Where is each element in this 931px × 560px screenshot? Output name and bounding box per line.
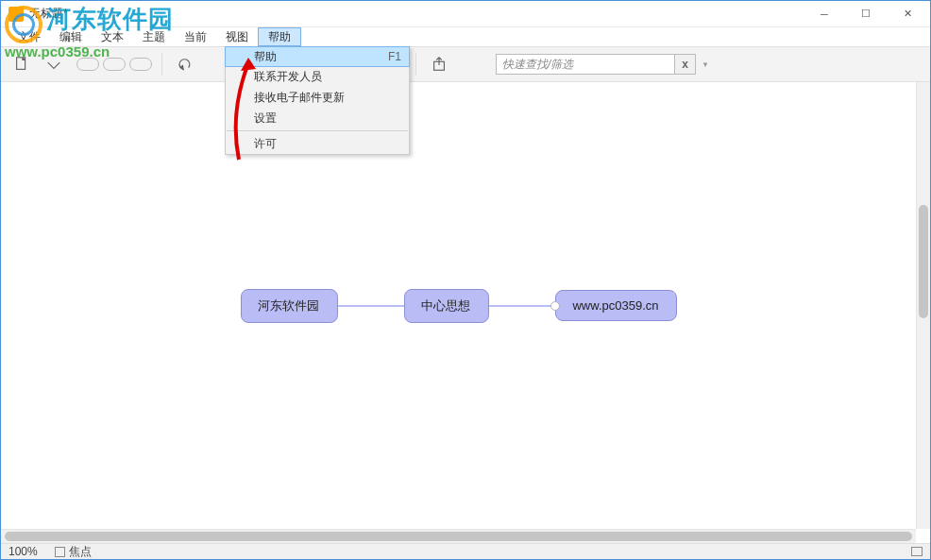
undo-button[interactable] (172, 51, 198, 77)
canvas[interactable]: 河东软件园 中心思想 www.pc0359.cn (1, 82, 916, 529)
help-menuitem-license[interactable]: 许可 (226, 133, 409, 154)
mindmap-node-left[interactable]: 河东软件园 (240, 289, 337, 323)
vertical-scroll-thumb[interactable] (919, 205, 928, 318)
horizontal-scrollbar[interactable] (1, 529, 916, 543)
shape-pills (76, 58, 152, 71)
status-view-icon[interactable] (911, 547, 923, 556)
menubar: 文件 编辑 文本 主题 当前 视图 帮助 (1, 27, 930, 46)
menu-help[interactable]: 帮助 (258, 27, 301, 46)
help-menuitem-email-updates[interactable]: 接收电子邮件更新 (226, 87, 409, 108)
separator (161, 53, 162, 76)
search-options-icon[interactable]: ▼ (702, 60, 709, 69)
search-box: x ▼ (496, 54, 709, 75)
connector-left (337, 305, 403, 307)
dropdown-separator (227, 130, 408, 131)
help-menuitem-contact-dev[interactable]: 联系开发人员 (226, 66, 409, 87)
dd-label: 联系开发人员 (254, 69, 322, 85)
connector-handle-icon[interactable] (550, 301, 559, 311)
pill-shape-2[interactable] (103, 58, 126, 71)
app-icon (8, 7, 24, 22)
pill-shape-3[interactable] (129, 58, 152, 71)
toolbar: x ▼ (1, 46, 930, 82)
mindmap-node-center[interactable]: 中心思想 (403, 289, 488, 323)
close-button[interactable]: ✕ (887, 1, 928, 27)
menu-view[interactable]: 视图 (216, 27, 258, 46)
menu-text-style[interactable]: 文本 (92, 27, 133, 46)
dd-label: 许可 (254, 136, 277, 152)
window-title: 无标题* (29, 6, 804, 22)
zoom-level[interactable]: 100% (8, 545, 38, 558)
menu-topic[interactable]: 主题 (133, 27, 175, 46)
dd-label: 设置 (254, 110, 277, 127)
vertical-scrollbar[interactable] (916, 82, 930, 529)
share-button[interactable] (426, 51, 452, 77)
help-menuitem-settings[interactable]: 设置 (226, 108, 409, 128)
mindmap: 河东软件园 中心思想 www.pc0359.cn (240, 289, 676, 323)
new-file-button[interactable] (8, 51, 35, 77)
dd-label: 帮助 (254, 49, 277, 65)
horizontal-scroll-thumb[interactable] (5, 532, 912, 541)
titlebar: 无标题* ─ ☐ ✕ (1, 1, 930, 27)
focus-checkbox[interactable] (55, 547, 65, 557)
mindmap-node-right[interactable]: www.pc0359.cn (554, 290, 676, 321)
help-menuitem-help[interactable]: 帮助 F1 (225, 46, 410, 67)
minimize-button[interactable]: ─ (804, 1, 845, 27)
maximize-button[interactable]: ☐ (845, 1, 887, 27)
dd-label: 接收电子邮件更新 (254, 90, 345, 106)
open-dropdown-button[interactable] (41, 51, 67, 77)
focus-label: 焦点 (69, 544, 92, 560)
menu-edit[interactable]: 编辑 (50, 27, 92, 46)
statusbar: 100% 焦点 (1, 543, 930, 559)
separator (415, 53, 416, 76)
connector-right (488, 305, 554, 307)
search-clear-button[interactable]: x (675, 54, 696, 75)
pill-shape-1[interactable] (76, 58, 99, 71)
help-dropdown: 帮助 F1 联系开发人员 接收电子邮件更新 设置 许可 (225, 46, 410, 155)
menu-current[interactable]: 当前 (175, 27, 216, 46)
search-input[interactable] (496, 54, 675, 75)
menu-file[interactable]: 文件 (8, 27, 50, 46)
dd-shortcut: F1 (388, 50, 401, 63)
